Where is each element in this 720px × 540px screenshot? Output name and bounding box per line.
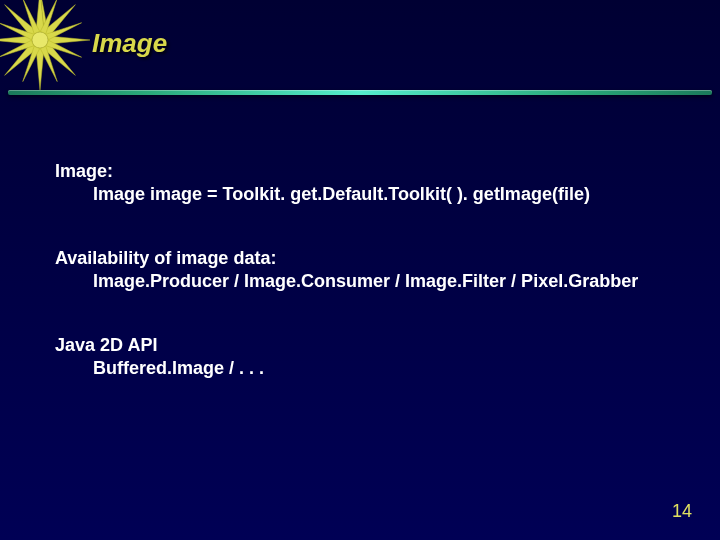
section-java2d: Java 2D API Buffered.Image / . . .: [55, 334, 690, 381]
slide-title: Image: [92, 28, 167, 59]
title-underline: [8, 90, 712, 95]
page-number: 14: [672, 501, 692, 522]
section-availability: Availability of image data: Image.Produc…: [55, 247, 690, 294]
svg-marker-3: [48, 36, 90, 44]
svg-point-17: [32, 32, 48, 48]
section-body: Image.Producer / Image.Consumer / Image.…: [55, 270, 690, 293]
section-heading: Image:: [55, 160, 690, 183]
starburst-icon: [0, 0, 90, 90]
section-body: Buffered.Image / . . .: [55, 357, 690, 380]
section-body: Image image = Toolkit. get.Default.Toolk…: [55, 183, 690, 206]
section-heading: Java 2D API: [55, 334, 690, 357]
svg-marker-5: [36, 48, 44, 90]
section-image: Image: Image image = Toolkit. get.Defaul…: [55, 160, 690, 207]
slide-content: Image: Image image = Toolkit. get.Defaul…: [55, 160, 690, 420]
section-heading: Availability of image data:: [55, 247, 690, 270]
slide-header: Image: [0, 0, 720, 90]
